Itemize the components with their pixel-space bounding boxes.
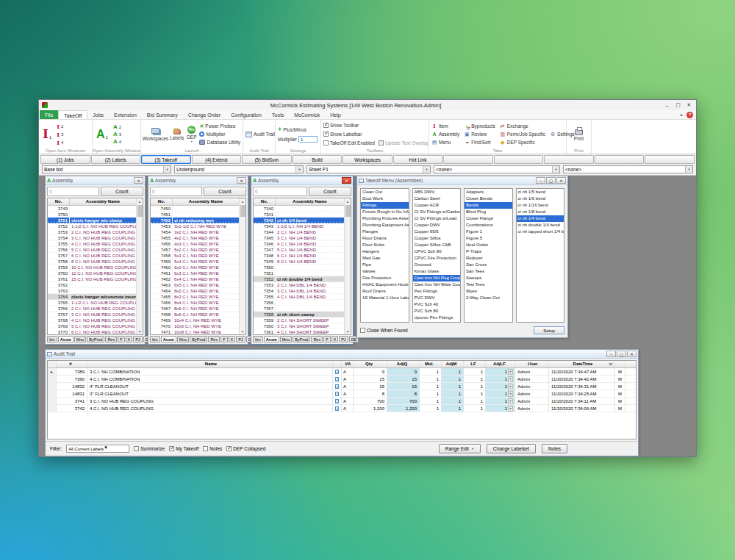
labels-button[interactable]: Labels xyxy=(170,129,184,140)
list-item[interactable]: Grooved xyxy=(413,262,461,268)
panel-tab[interactable]: X xyxy=(229,336,236,342)
list-item[interactable]: 3754 3 C.I. NO HUB REG COUPLING xyxy=(48,235,136,241)
column-header[interactable]: Mul. xyxy=(420,361,442,367)
chevron-down-icon[interactable]: ▼ xyxy=(508,391,513,397)
chevron-down-icon[interactable]: ▼ xyxy=(508,376,513,382)
ribbon-tab[interactable]: Help xyxy=(325,110,345,119)
list-item[interactable]: Carbon Steel xyxy=(413,195,461,202)
list-item[interactable]: 7352 ci nh double 1/4 bend xyxy=(254,276,344,282)
chevron-down-icon[interactable]: ▼ xyxy=(508,384,513,390)
list-item[interactable]: Figure 1 xyxy=(465,229,512,235)
list-item[interactable]: 7360 3 C.I. NH SHORT SWEEP xyxy=(254,323,344,329)
list-item[interactable]: 7466 8x4 C.I. NH RED WYE xyxy=(151,300,239,306)
list-item[interactable]: CPVC Fire Protection xyxy=(413,255,461,262)
column-header[interactable]: I/A xyxy=(342,361,354,367)
list-item[interactable]: Plumbing Equipment Asse.. xyxy=(361,222,409,229)
ribbon-tab-toggle[interactable]: Byproducts xyxy=(464,122,495,130)
chevron-down-icon[interactable]: ▼ xyxy=(508,406,513,412)
list-item[interactable]: Copper DWV xyxy=(413,222,461,229)
scroll-down-icon[interactable]: ▼ xyxy=(241,329,244,334)
list-item[interactable]: Fire Protection xyxy=(361,275,409,281)
nav-button[interactable] xyxy=(645,155,695,164)
column-header-no[interactable]: No. xyxy=(254,198,276,205)
list-item[interactable]: 7355 4 C.I. NH DBL 1/4 BEND xyxy=(254,294,344,300)
list-item[interactable]: 7467 8x5 C.I. NH RED WYE xyxy=(151,306,239,312)
scrollbar[interactable]: ▲ ▼ xyxy=(239,198,245,334)
list-item[interactable]: 7471 10x8 C.I. NH RED WYE xyxy=(151,329,239,334)
help-icon[interactable]: ? xyxy=(686,112,693,118)
list-item[interactable]: 3750 xyxy=(48,212,136,218)
range-edit-button[interactable]: Range Edit ▼ xyxy=(439,444,481,453)
list-item[interactable]: 7349 8 C.I. NH 1/4 BEND xyxy=(254,259,344,265)
table-row[interactable]: 14831 3" FLR CLEANOUT A 8 8 1 1 1 1▼ Adm… xyxy=(48,390,636,398)
list-item[interactable]: 2-Way Clean Out xyxy=(465,295,512,301)
bid-dropdown[interactable]: Base bid ▼ xyxy=(42,165,171,173)
list-item[interactable]: 7456 4x3 C.I. NH RED WYE xyxy=(151,241,239,247)
list-item[interactable]: 3752 1-1/2 C.I. NO HUB REG COUPLING xyxy=(48,223,136,229)
open-item-window-3-button[interactable]: I3 xyxy=(55,131,65,138)
list-item[interactable]: Bends xyxy=(465,202,512,209)
list-item[interactable]: ci nh 1/6 bend xyxy=(517,195,564,202)
panel-tab[interactable]: Assm xyxy=(161,336,176,342)
column-header-name[interactable]: Assembly Name xyxy=(276,198,344,205)
row-selector[interactable] xyxy=(48,390,57,397)
setup-button[interactable]: Setup xyxy=(534,326,564,334)
list-item[interactable]: 7468 8x6 C.I. NH RED WYE xyxy=(151,312,239,317)
plus-minus-button[interactable]: + Plus/Minus xyxy=(278,126,318,134)
list-item[interactable]: ABS DWV xyxy=(413,189,461,195)
list-item[interactable]: Test Tees xyxy=(465,281,512,288)
panel-tab[interactable]: ByProd xyxy=(87,336,104,342)
takeoff-edit-enabled-checkbox[interactable]: TakeOff Edit Enabled xyxy=(323,139,375,147)
list-item[interactable]: 3756 5 C.I. NO HUB REG COUPLING xyxy=(48,247,136,253)
scroll-down-icon[interactable]: ▼ xyxy=(346,329,349,334)
panel-tab[interactable]: Rev xyxy=(311,336,323,342)
close-icon[interactable]: ✕ xyxy=(237,177,246,184)
multiplier-input[interactable]: 1 xyxy=(298,136,318,143)
print-button[interactable]: Print xyxy=(569,127,589,141)
scrollbar[interactable]: ▲ ▼ xyxy=(136,198,143,334)
count-input[interactable]: 0 xyxy=(47,187,99,196)
ribbon-tab[interactable]: Bid Summary xyxy=(142,110,183,119)
list-item[interactable]: Adapters xyxy=(465,189,512,195)
column-header[interactable]: # xyxy=(57,361,87,367)
count-button[interactable]: Count xyxy=(309,187,351,196)
count-button[interactable]: Count xyxy=(101,187,143,196)
list-item[interactable]: 7354 3 C.I. NH DBL 1/4 BEND xyxy=(254,288,344,294)
row-selector[interactable] xyxy=(48,405,57,412)
ribbon-tab-toggle[interactable]: Item xyxy=(431,122,459,130)
close-icon[interactable]: ✕ xyxy=(556,177,566,184)
list-item[interactable]: 7465 8x3 C.I. NH RED WYE xyxy=(151,294,239,300)
list-item[interactable]: 7450 xyxy=(151,206,239,212)
close-icon[interactable]: ✕ xyxy=(134,177,143,184)
column-header[interactable]: AdjQ xyxy=(387,361,420,367)
change-labelset-button[interactable]: Change Labelset xyxy=(487,444,536,453)
list-item[interactable]: Pex Fittings xyxy=(413,288,461,295)
panel-tab[interactable]: ByProd xyxy=(190,336,207,342)
column-header[interactable]: AdjM xyxy=(442,361,464,367)
nav-button[interactable]: (5) BidSum xyxy=(242,155,292,164)
list-item[interactable]: Valves xyxy=(361,268,409,275)
column-header-no[interactable]: No. xyxy=(48,198,70,205)
ribbon-tab[interactable]: Tools xyxy=(267,110,289,119)
panel-titlebar[interactable]: Audit Trail – ▢ ✕ xyxy=(46,350,638,359)
list-item[interactable]: P-Traps xyxy=(465,248,512,255)
item-detail-icon[interactable] xyxy=(335,370,339,374)
column-header[interactable]: AdjLF xyxy=(486,361,515,367)
list-item[interactable]: 3749 xyxy=(48,206,136,212)
panel-tab[interactable]: Rev xyxy=(208,336,220,342)
list-item[interactable]: Fittings xyxy=(361,202,409,209)
list-item[interactable]: ci nh 1/16 bend xyxy=(517,202,564,209)
column-header[interactable]: Qty xyxy=(354,361,387,367)
table-row[interactable]: 14832 4" FLR CLEANOUT A 15 15 1 1 1 1▼ A… xyxy=(48,383,636,390)
power-probes-button[interactable]: ✕ Power Probes xyxy=(199,122,240,130)
ribbon-tab[interactable]: TakeOff xyxy=(58,110,87,119)
list-item[interactable]: 3767 3 C.I. NO HUB REG COUPLING xyxy=(48,312,136,317)
ribbon-tab-toggle[interactable]: Exchange xyxy=(500,122,545,130)
list-item[interactable]: Copper Silfos xyxy=(413,235,461,242)
panel-tab[interactable]: PJ xyxy=(236,336,245,342)
show-labelbar-checkbox[interactable]: Show Labelbar xyxy=(323,130,429,138)
nav-button[interactable] xyxy=(443,155,493,164)
table-row[interactable]: 3742 4 C.I. NO HUB REG COUPLING A 1,200 … xyxy=(48,405,636,412)
ribbon-tab-toggle[interactable]: Find/Sort xyxy=(464,138,495,146)
list-item[interactable]: Closet Flange xyxy=(465,215,512,222)
